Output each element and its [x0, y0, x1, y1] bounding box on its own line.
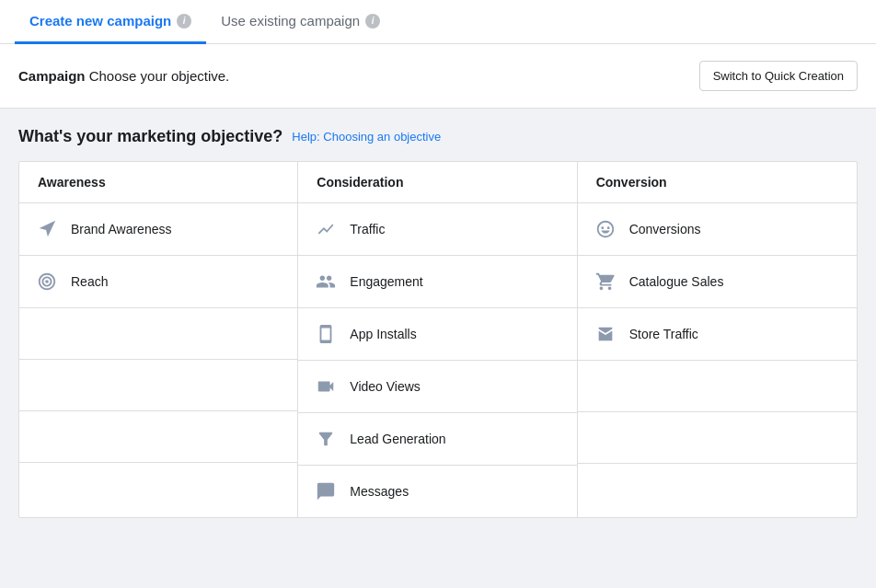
- traffic-icon: [313, 216, 339, 242]
- objective-heading-text: What's your marketing objective?: [18, 127, 282, 146]
- cell-awareness-empty-6: [19, 463, 297, 514]
- cell-reach[interactable]: Reach: [19, 256, 297, 308]
- app-installs-icon: [313, 321, 339, 347]
- catalogue-sales-icon: [593, 269, 618, 294]
- cell-app-installs[interactable]: App Installs: [298, 308, 576, 361]
- messages-label: Messages: [350, 484, 409, 499]
- conversions-label: Conversions: [629, 222, 701, 236]
- cell-store-traffic[interactable]: Store Traffic: [578, 308, 857, 361]
- cell-awareness-empty-5: [19, 411, 297, 463]
- conversions-icon: [593, 216, 618, 242]
- engagement-icon: [313, 269, 339, 294]
- tab-create-new-info: i: [177, 14, 191, 29]
- cell-messages[interactable]: Messages: [298, 466, 576, 517]
- video-views-icon: [313, 374, 339, 399]
- cell-video-views[interactable]: Video Views: [298, 361, 576, 413]
- lead-generation-icon: [313, 426, 339, 452]
- header-conversion: Conversion: [578, 162, 857, 202]
- switch-quick-creation-button[interactable]: Switch to Quick Creation: [699, 61, 858, 91]
- catalogue-sales-label: Catalogue Sales: [629, 274, 724, 289]
- tabs-container: Create new campaign i Use existing campa…: [0, 0, 876, 44]
- cell-brand-awareness[interactable]: Brand Awareness: [19, 203, 297, 256]
- tab-create-new-label: Create new campaign: [29, 13, 171, 29]
- table-header-row: Awareness Consideration Conversion: [19, 162, 857, 203]
- cell-engagement[interactable]: Engagement: [298, 256, 576, 308]
- col-consideration: Traffic Engagement: [298, 203, 577, 517]
- engagement-label: Engagement: [350, 274, 422, 289]
- store-traffic-icon: [593, 321, 618, 347]
- cell-conversion-empty-5: [578, 412, 857, 464]
- campaign-description: Choose your objective.: [89, 68, 230, 84]
- cell-awareness-empty-3: [19, 308, 297, 360]
- cell-catalogue-sales[interactable]: Catalogue Sales: [578, 256, 857, 308]
- reach-label: Reach: [71, 274, 108, 289]
- campaign-header: Campaign Choose your objective. Switch t…: [0, 44, 876, 109]
- cell-lead-generation[interactable]: Lead Generation: [298, 413, 576, 466]
- help-link[interactable]: Help: Choosing an objective: [292, 130, 441, 144]
- app-installs-label: App Installs: [350, 327, 416, 341]
- cell-conversions[interactable]: Conversions: [578, 203, 857, 256]
- campaign-label: Campaign: [18, 68, 86, 84]
- tab-use-existing-label: Use existing campaign: [221, 13, 360, 29]
- brand-awareness-label: Brand Awareness: [71, 222, 171, 236]
- video-views-label: Video Views: [350, 379, 421, 394]
- tab-use-existing-info: i: [365, 14, 380, 29]
- objective-section: What's your marketing objective? Help: C…: [0, 109, 876, 527]
- objective-table: Awareness Consideration Conversion Brand…: [18, 161, 858, 518]
- table-body: Brand Awareness Reach: [19, 203, 857, 517]
- objective-heading-area: What's your marketing objective? Help: C…: [18, 127, 858, 146]
- cell-awareness-empty-4: [19, 360, 297, 411]
- campaign-title-area: Campaign Choose your objective.: [18, 68, 229, 84]
- messages-icon: [313, 478, 339, 504]
- cell-conversion-empty-4: [578, 361, 857, 412]
- svg-point-0: [45, 280, 49, 283]
- col-awareness: Brand Awareness Reach: [19, 203, 298, 517]
- store-traffic-label: Store Traffic: [629, 327, 698, 341]
- traffic-label: Traffic: [350, 222, 385, 236]
- tab-create-new[interactable]: Create new campaign i: [15, 0, 206, 44]
- header-awareness: Awareness: [19, 162, 298, 202]
- header-consideration: Consideration: [298, 162, 577, 202]
- lead-generation-label: Lead Generation: [350, 432, 445, 446]
- brand-awareness-icon: [34, 216, 60, 242]
- cell-traffic[interactable]: Traffic: [298, 203, 576, 256]
- reach-icon: [34, 269, 60, 294]
- col-conversion: Conversions Catalogue Sales: [578, 203, 857, 517]
- tab-use-existing[interactable]: Use existing campaign i: [206, 0, 395, 44]
- cell-conversion-empty-6: [578, 464, 857, 515]
